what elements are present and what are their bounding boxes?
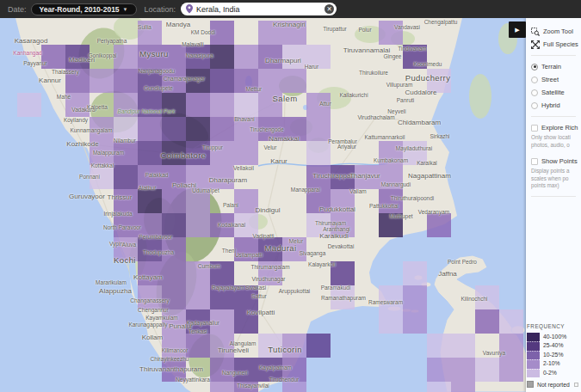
frequency-cell[interactable] xyxy=(282,69,306,93)
frequency-cell[interactable] xyxy=(210,334,234,358)
show-points-checkbox-row[interactable]: Show Points xyxy=(531,155,581,168)
frequency-cell[interactable] xyxy=(138,261,162,285)
frequency-cell[interactable] xyxy=(234,45,258,69)
frequency-cell[interactable] xyxy=(90,117,114,141)
frequency-cell[interactable] xyxy=(138,213,162,237)
panel-collapse-tab[interactable]: ▶ xyxy=(509,21,526,38)
frequency-cell[interactable] xyxy=(162,117,186,141)
frequency-cell[interactable] xyxy=(379,213,403,237)
frequency-cell[interactable] xyxy=(306,45,331,69)
radio-button[interactable] xyxy=(531,64,538,70)
frequency-cell[interactable] xyxy=(499,334,523,358)
frequency-cell[interactable] xyxy=(186,213,210,237)
frequency-cell[interactable] xyxy=(379,141,403,165)
frequency-cell[interactable] xyxy=(114,45,138,69)
frequency-cell[interactable] xyxy=(234,93,258,117)
full-species-button[interactable]: Full Species xyxy=(531,38,581,51)
frequency-cell[interactable] xyxy=(138,285,162,309)
frequency-cell[interactable] xyxy=(138,45,162,69)
frequency-cell[interactable] xyxy=(210,261,234,285)
frequency-cell[interactable] xyxy=(331,213,355,237)
frequency-cell[interactable] xyxy=(162,285,186,309)
frequency-cell[interactable] xyxy=(210,213,234,237)
frequency-cell[interactable] xyxy=(258,117,282,141)
frequency-cell[interactable] xyxy=(258,261,282,285)
frequency-cell[interactable] xyxy=(65,69,90,93)
frequency-cell[interactable] xyxy=(162,69,186,93)
frequency-cell[interactable] xyxy=(41,45,65,69)
frequency-cell[interactable] xyxy=(162,213,186,237)
map-type-option-satellite[interactable]: Satellite xyxy=(531,86,581,99)
frequency-cell[interactable] xyxy=(90,69,114,93)
frequency-cell[interactable] xyxy=(65,93,90,117)
frequency-cell[interactable] xyxy=(403,141,427,165)
frequency-cell[interactable] xyxy=(427,69,451,93)
explore-rich-checkbox-row[interactable]: Explore Rich xyxy=(531,121,581,134)
frequency-cell[interactable] xyxy=(379,21,403,45)
frequency-cell[interactable] xyxy=(90,165,114,189)
frequency-cell[interactable] xyxy=(186,117,210,141)
frequency-cell[interactable] xyxy=(234,237,258,261)
frequency-cell[interactable] xyxy=(138,117,162,141)
frequency-cell[interactable] xyxy=(234,309,258,334)
frequency-cell[interactable] xyxy=(306,165,331,189)
frequency-cell[interactable] xyxy=(379,165,403,189)
frequency-cell[interactable] xyxy=(210,309,234,334)
frequency-cell[interactable] xyxy=(210,21,234,45)
frequency-cell[interactable] xyxy=(90,141,114,165)
frequency-cell[interactable] xyxy=(138,69,162,93)
frequency-cell[interactable] xyxy=(17,93,41,117)
frequency-cell[interactable] xyxy=(475,285,499,309)
date-range-dropdown[interactable]: Year-Round, 2010-2015 ▼ xyxy=(31,3,137,15)
frequency-cell[interactable] xyxy=(234,117,258,141)
frequency-cell[interactable] xyxy=(234,141,258,165)
frequency-cell[interactable] xyxy=(379,285,403,309)
frequency-cell[interactable] xyxy=(234,69,258,93)
frequency-cell[interactable] xyxy=(162,358,186,382)
clear-search-icon[interactable]: ✕ xyxy=(324,4,334,14)
frequency-cell[interactable] xyxy=(210,93,234,117)
frequency-cell[interactable] xyxy=(162,334,186,358)
map-type-option-hybrid[interactable]: Hybrid xyxy=(531,99,581,112)
frequency-cell[interactable] xyxy=(210,141,234,165)
frequency-cell[interactable] xyxy=(258,45,282,69)
frequency-cell[interactable] xyxy=(162,165,186,189)
frequency-cell[interactable] xyxy=(355,165,379,189)
map-viewport[interactable]: KasaragodSulliaMandyaKM DoddiKrishnagiri… xyxy=(0,0,581,392)
frequency-cell[interactable] xyxy=(114,141,138,165)
frequency-cell[interactable] xyxy=(210,285,234,309)
frequency-cell[interactable] xyxy=(162,261,186,285)
frequency-cell[interactable] xyxy=(379,309,403,334)
frequency-cell[interactable] xyxy=(138,237,162,261)
frequency-cell[interactable] xyxy=(210,45,234,69)
frequency-cell[interactable] xyxy=(306,213,331,237)
frequency-cell[interactable] xyxy=(210,358,234,382)
frequency-cell[interactable] xyxy=(475,358,499,382)
frequency-cell[interactable] xyxy=(186,334,210,358)
frequency-cell[interactable] xyxy=(306,93,331,117)
frequency-cell[interactable] xyxy=(162,237,186,261)
frequency-cell[interactable] xyxy=(282,21,306,45)
frequency-cell[interactable] xyxy=(162,93,186,117)
frequency-cell[interactable] xyxy=(331,165,355,189)
radio-button[interactable] xyxy=(531,89,538,96)
frequency-cell[interactable] xyxy=(65,45,90,69)
frequency-cell[interactable] xyxy=(331,189,355,213)
frequency-cell[interactable] xyxy=(258,358,282,382)
frequency-cell[interactable] xyxy=(258,93,282,117)
location-search-input[interactable] xyxy=(196,5,324,14)
frequency-cell[interactable] xyxy=(379,189,403,213)
frequency-cell[interactable] xyxy=(451,334,475,358)
frequency-cell[interactable] xyxy=(162,45,186,69)
frequency-cell[interactable] xyxy=(499,358,523,382)
frequency-cell[interactable] xyxy=(162,189,186,213)
frequency-cell[interactable] xyxy=(403,309,427,334)
frequency-cell[interactable] xyxy=(138,93,162,117)
frequency-cell[interactable] xyxy=(258,334,282,358)
frequency-cell[interactable] xyxy=(282,334,306,358)
frequency-cell[interactable] xyxy=(234,382,258,392)
frequency-cell[interactable] xyxy=(282,237,306,261)
frequency-cell[interactable] xyxy=(331,285,355,309)
frequency-cell[interactable] xyxy=(186,309,210,334)
frequency-cell[interactable] xyxy=(186,93,210,117)
